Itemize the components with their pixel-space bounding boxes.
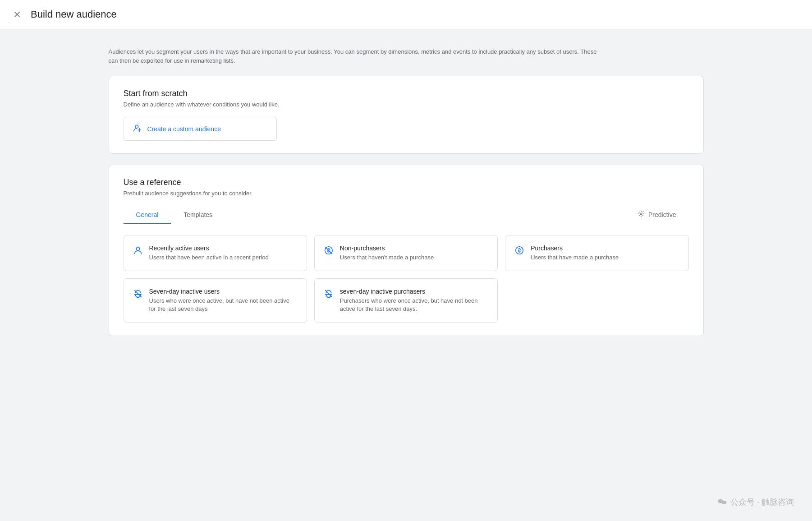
reference-title: Use a reference	[124, 178, 689, 187]
page-title: Build new audience	[31, 9, 117, 20]
create-custom-audience-button[interactable]: Create a custom audience	[124, 117, 277, 141]
audience-cards-row2: Seven-day inactive users Users who were …	[124, 278, 689, 323]
seven-day-inactive-purchasers-title: seven-day inactive purchasers	[340, 288, 488, 295]
close-button[interactable]	[11, 8, 23, 21]
audience-card-non-purchasers[interactable]: Non-purchasers Users that haven't made a…	[314, 235, 498, 271]
person-add-icon	[133, 124, 142, 134]
watermark-text: 公众号 · 触脉咨询	[730, 497, 794, 507]
scratch-subtitle: Define an audience with whatever conditi…	[124, 101, 689, 108]
seven-day-inactive-title: Seven-day inactive users	[149, 288, 298, 295]
person-icon	[133, 245, 143, 258]
svg-point-2	[135, 125, 138, 128]
seven-day-inactive-desc: Users who were once active, but have not…	[149, 297, 298, 313]
svg-point-21	[721, 501, 726, 504]
dollar-icon	[514, 245, 524, 258]
svg-point-5	[640, 213, 642, 215]
tabs-container: General Templates	[124, 206, 689, 224]
tab-templates[interactable]: Templates	[171, 207, 225, 224]
bell-off-icon-1	[133, 289, 143, 301]
purchasers-title: Purchasers	[531, 244, 619, 252]
recently-active-title: Recently active users	[149, 244, 269, 252]
non-purchasers-title: Non-purchasers	[340, 244, 434, 252]
reference-section: Use a reference Prebuilt audience sugges…	[109, 165, 704, 336]
main-content: Audiences let you segment your users in …	[91, 47, 722, 336]
page-description: Audiences let you segment your users in …	[109, 47, 605, 65]
tab-general[interactable]: General	[124, 207, 171, 224]
reference-subtitle: Prebuilt audience suggestions for you to…	[124, 190, 689, 197]
recently-active-desc: Users that have been active in a recent …	[149, 254, 269, 262]
audience-card-seven-day-inactive[interactable]: Seven-day inactive users Users who were …	[124, 278, 307, 323]
svg-line-8	[639, 212, 640, 212]
audience-card-recently-active[interactable]: Recently active users Users that have be…	[124, 235, 307, 271]
bell-off-icon-2	[324, 289, 334, 301]
seven-day-inactive-purchasers-desc: Purchasers who were once active, but hav…	[340, 297, 488, 313]
svg-line-12	[639, 215, 640, 216]
no-dollar-icon	[324, 245, 334, 258]
svg-line-13	[642, 212, 643, 212]
non-purchasers-desc: Users that haven't made a purchase	[340, 254, 434, 262]
audience-cards-row1: Recently active users Users that have be…	[124, 235, 689, 271]
tab-general-label: General	[136, 211, 159, 218]
tab-predictive-label: Predictive	[648, 211, 676, 218]
tab-templates-label: Templates	[184, 211, 212, 218]
scratch-section: Start from scratch Define an audience wi…	[109, 76, 704, 154]
create-custom-audience-label: Create a custom audience	[147, 125, 221, 133]
page-header: Build new audience	[0, 0, 812, 29]
svg-point-14	[136, 247, 139, 250]
watermark: 公众号 · 触脉咨询	[717, 497, 794, 507]
audience-card-purchasers[interactable]: Purchasers Users that have made a purcha…	[505, 235, 688, 271]
purchasers-desc: Users that have made a purchase	[531, 254, 619, 262]
tab-predictive[interactable]: Predictive	[625, 206, 688, 224]
audience-card-seven-day-inactive-purchasers[interactable]: seven-day inactive purchasers Purchasers…	[314, 278, 498, 323]
predictive-icon	[638, 210, 645, 219]
scratch-title: Start from scratch	[124, 89, 689, 98]
svg-line-9	[642, 215, 643, 216]
